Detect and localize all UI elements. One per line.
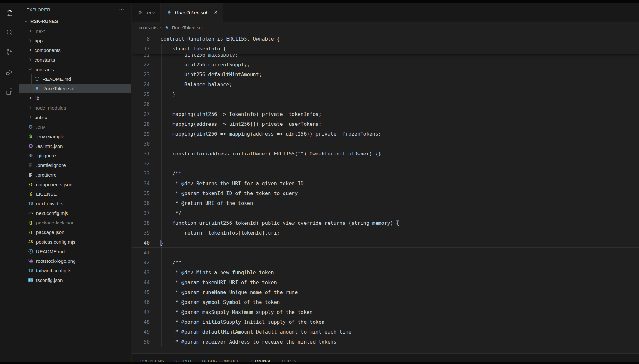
close-icon[interactable]: × bbox=[214, 10, 218, 15]
line-text: * @param tokenURI URI of the token bbox=[150, 277, 639, 287]
line-number: 32 bbox=[132, 161, 150, 167]
code-line-38[interactable]: 38 function uri(uint256 tokenId) public … bbox=[132, 218, 639, 228]
tree-folder-constants[interactable]: constants bbox=[19, 55, 131, 64]
tree-file-readme-md[interactable]: README.md bbox=[19, 246, 131, 256]
indent-guide bbox=[174, 70, 174, 80]
breadcrumb-segment-contracts[interactable]: contracts bbox=[139, 25, 158, 30]
line-number: 27 bbox=[132, 111, 150, 117]
code-line-36[interactable]: 36 * @return URI of the token bbox=[132, 198, 639, 208]
code-line-43[interactable]: 43 * @dev Mints a new fungible token bbox=[132, 268, 639, 277]
braces-file-icon: {} bbox=[28, 182, 34, 187]
line-text: /** bbox=[150, 258, 639, 268]
indent-guide bbox=[161, 109, 162, 119]
code-line-49[interactable]: 49 * @param defaultMintAmount Default am… bbox=[132, 327, 639, 337]
line-text: * @dev Mints a new fungible token bbox=[150, 268, 639, 277]
code-line-33[interactable]: 33 /** bbox=[132, 169, 639, 178]
indent-guide bbox=[161, 297, 162, 307]
code-line-35[interactable]: 35 * @param tokenId ID of the token to q… bbox=[132, 188, 639, 198]
code-line-47[interactable]: 47 * @param maxSupply Maximum supply of … bbox=[132, 307, 639, 317]
code-line-41[interactable]: 41 bbox=[132, 248, 639, 258]
tree-file-rootstock-logo-png[interactable]: rootstock-logo.png bbox=[19, 256, 131, 266]
sticky-line-17[interactable]: 17 struct TokenInfo { bbox=[132, 44, 639, 54]
tree-folder-public[interactable]: public bbox=[19, 112, 131, 122]
code-line-23[interactable]: 23 uint256 defaultMintAmount; bbox=[132, 70, 639, 80]
code-line-32[interactable]: 32 bbox=[132, 159, 639, 169]
tree-file-license[interactable]: LICENSE bbox=[19, 189, 131, 199]
tree-file-env[interactable]: ⚙.env bbox=[19, 122, 131, 132]
code-editor[interactable]: 21 uint256 maxSupply;22 uint256 currentS… bbox=[132, 34, 639, 353]
tree-file-next-config-mjs[interactable]: JSnext.config.mjs bbox=[19, 208, 131, 218]
tree-folder-app[interactable]: app bbox=[19, 36, 131, 45]
code-line-40[interactable]: 40 } bbox=[132, 238, 639, 248]
tree-file-package-json[interactable]: {}package.json bbox=[19, 227, 131, 237]
code-line-50[interactable]: 50 * @param receiver Address to receive … bbox=[132, 337, 639, 347]
tree-file-postcss-config-mjs[interactable]: JSpostcss.config.mjs bbox=[19, 237, 131, 246]
breadcrumb[interactable]: contracts›RuneToken.sol bbox=[132, 22, 639, 34]
sticky-line-8[interactable]: 8contract RuneToken is ERC1155, Ownable … bbox=[132, 34, 639, 44]
code-line-46[interactable]: 46 * @param symbol Symbol of the token bbox=[132, 297, 639, 307]
solidity-file-icon bbox=[34, 86, 40, 91]
activity-source-control-icon[interactable] bbox=[0, 43, 19, 63]
tree-root-rsk-runes[interactable]: RSK-RUNES bbox=[19, 17, 131, 26]
code-line-30[interactable]: 30 bbox=[132, 139, 639, 149]
tree-item-label: README.md bbox=[43, 76, 71, 82]
breadcrumb-segment-runetoken-sol[interactable]: RuneToken.sol bbox=[172, 25, 203, 30]
code-line-29[interactable]: 29 mapping(uint256 => mapping(address =>… bbox=[132, 129, 639, 139]
line-text: uint256 defaultMintAmount; bbox=[150, 70, 639, 80]
code-line-24[interactable]: 24 Balance balance; bbox=[132, 80, 639, 89]
tree-item-label: contracts bbox=[35, 67, 54, 72]
activity-search-icon[interactable] bbox=[0, 23, 19, 43]
activity-files-icon[interactable] bbox=[0, 3, 19, 23]
code-line-37[interactable]: 37 */ bbox=[132, 208, 639, 218]
line-number: 17 bbox=[132, 46, 150, 52]
tree-file-prettierrc[interactable]: .prettierrc bbox=[19, 170, 131, 179]
tree-file-next-env-d-ts[interactable]: TSnext-env.d.ts bbox=[19, 199, 131, 208]
gear-file-icon: ⚙ bbox=[137, 10, 143, 15]
tree-file-runetoken-sol[interactable]: RuneToken.sol bbox=[19, 84, 131, 93]
extensions-icon bbox=[5, 87, 14, 97]
tree-file-eslintrc-json[interactable]: .eslintrc.json bbox=[19, 141, 131, 151]
line-number: 23 bbox=[132, 72, 150, 78]
code-line-28[interactable]: 28 mapping(address => uint256[]) private… bbox=[132, 119, 639, 129]
tab-env[interactable]: ⚙.env bbox=[132, 3, 161, 22]
code-line-39[interactable]: 39 return _tokenInfos[tokenId].uri; bbox=[132, 228, 639, 238]
tree-folder-components[interactable]: components bbox=[19, 45, 131, 55]
files-icon bbox=[5, 8, 14, 18]
tree-file-readme-md[interactable]: README.md bbox=[19, 74, 131, 84]
code-line-42[interactable]: 42 /** bbox=[132, 258, 639, 268]
code-line-26[interactable]: 26 bbox=[132, 99, 639, 109]
code-line-44[interactable]: 44 * @param tokenURI URI of the token bbox=[132, 277, 639, 287]
tree-file-tsconfig-json[interactable]: TStsconfig.json bbox=[19, 275, 131, 285]
activity-extensions-icon[interactable] bbox=[0, 82, 19, 102]
tree-folder-lib[interactable]: lib bbox=[19, 93, 131, 103]
tree-item-label: tailwind.config.ts bbox=[36, 268, 71, 273]
line-number: 36 bbox=[132, 201, 150, 206]
code-line-45[interactable]: 45 * @param runeName Unique name of the … bbox=[132, 287, 639, 297]
code-line-48[interactable]: 48 * @param initialSupply Initial supply… bbox=[132, 317, 639, 327]
code-line-34[interactable]: 34 * @dev Returns the URI for a given to… bbox=[132, 178, 639, 188]
explorer-sidebar: EXPLORER ··· RSK-RUNES.nextappcomponents… bbox=[19, 3, 131, 364]
tree-item-label: next-env.d.ts bbox=[36, 201, 63, 206]
code-line-27[interactable]: 27 mapping(uint256 => TokenInfo) private… bbox=[132, 109, 639, 119]
tree-file-prettierignore[interactable]: .prettierignore bbox=[19, 160, 131, 170]
tab-label: RuneToken.sol bbox=[175, 10, 207, 15]
more-actions-icon[interactable]: ··· bbox=[119, 7, 125, 12]
indent-guide bbox=[161, 307, 162, 317]
code-line-22[interactable]: 22 uint256 currentSupply; bbox=[132, 60, 639, 70]
tree-folder-next[interactable]: .next bbox=[19, 26, 131, 36]
indent-guide bbox=[161, 238, 162, 248]
tree-file-package-lock-json[interactable]: {}package-lock.json bbox=[19, 218, 131, 227]
tab-runetoken-sol[interactable]: RuneToken.sol× bbox=[161, 3, 223, 22]
line-number: 48 bbox=[132, 319, 150, 325]
activity-run-debug-icon[interactable] bbox=[0, 63, 19, 82]
code-line-25[interactable]: 25 } bbox=[132, 89, 639, 99]
tree-file-gitignore[interactable]: .gitignore bbox=[19, 151, 131, 160]
code-line-31[interactable]: 31 constructor(address initialOwner) ERC… bbox=[132, 149, 639, 159]
indent-guide bbox=[161, 317, 162, 327]
tree-file-tailwind-config-ts[interactable]: TStailwind.config.ts bbox=[19, 266, 131, 275]
tree-folder-contracts[interactable]: contracts bbox=[19, 64, 131, 74]
indent-guide bbox=[161, 129, 162, 139]
tree-file-components-json[interactable]: {}components.json bbox=[19, 179, 131, 189]
tree-file-env-example[interactable]: $.env.example bbox=[19, 132, 131, 141]
tree-folder-node-modules[interactable]: node_modules bbox=[19, 103, 131, 112]
